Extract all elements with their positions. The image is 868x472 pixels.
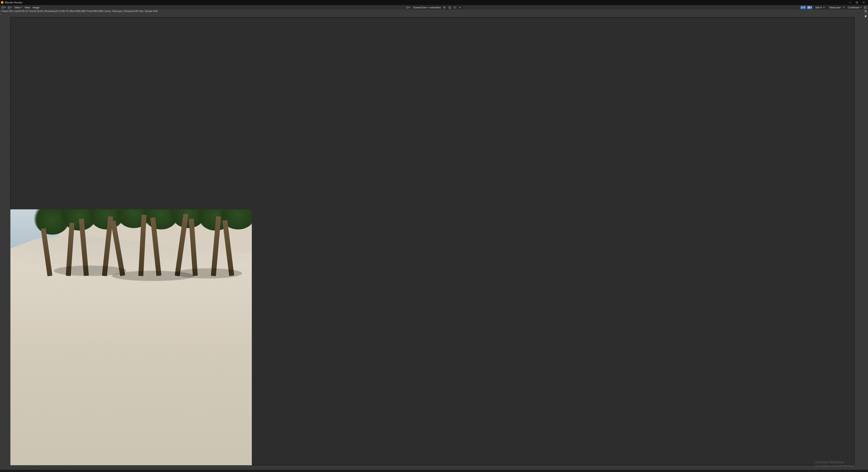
slot-selector[interactable]: Slot 4 (813, 6, 826, 9)
chevron-down-icon (810, 7, 812, 8)
chevron-down-icon (823, 7, 825, 8)
menu-label: Image (33, 6, 39, 9)
pass-label: Combined (848, 6, 860, 9)
open-image-button[interactable] (452, 6, 458, 9)
image-browse-dropdown[interactable] (405, 6, 411, 9)
slot-label: Slot 4 (815, 6, 822, 9)
chevron-down-icon (843, 7, 844, 8)
chevron-down-icon (4, 7, 6, 8)
render-status-bar: Frame:150 | Last:02:45.15 Time:02:50.85 … (0, 9, 868, 13)
menu-label: View (14, 6, 20, 9)
window-controls (847, 0, 867, 5)
blender-app-icon (1, 1, 4, 4)
palms-region (25, 209, 252, 276)
render-tile (10, 209, 252, 465)
chevron-down-icon (860, 7, 862, 8)
chevron-down-icon (409, 7, 410, 8)
close-button[interactable] (860, 0, 867, 5)
new-image-button[interactable] (447, 6, 452, 9)
overlay-toggle-icon[interactable] (864, 6, 867, 9)
svg-point-10 (865, 10, 866, 12)
svg-rect-9 (864, 6, 866, 8)
menu-view[interactable]: View (23, 5, 31, 10)
editor-type-dropdown[interactable] (1, 6, 6, 9)
image-editor-header: View View Image (0, 5, 868, 9)
mode-dropdown[interactable] (7, 6, 13, 9)
image-name-field (412, 6, 463, 9)
svg-point-6 (444, 7, 445, 7)
image-name-input[interactable] (412, 6, 442, 9)
footer-strip (0, 470, 868, 472)
layer-label: ViewLayer (828, 6, 842, 9)
fake-user-toggle[interactable] (442, 6, 447, 9)
unlink-image-button[interactable] (458, 6, 463, 9)
svg-rect-4 (406, 6, 408, 8)
window-titlebar: Blender Render (0, 0, 868, 5)
menu-image[interactable]: Image (31, 5, 41, 10)
minimize-button[interactable] (847, 0, 854, 5)
pass-selector[interactable]: Combined (846, 6, 863, 9)
chevron-down-icon (804, 7, 805, 8)
render-status-text: Frame:150 | Last:02:45.15 Time:02:50.85 … (1, 10, 157, 12)
menu-label: View (25, 6, 30, 9)
maximize-button[interactable] (854, 0, 860, 5)
svg-rect-0 (856, 2, 858, 3)
render-canvas (10, 17, 855, 465)
svg-rect-7 (449, 6, 450, 8)
svg-point-3 (8, 7, 9, 7)
color-management-dropdown[interactable] (807, 6, 812, 9)
window-title: Blender Render (5, 1, 22, 4)
image-viewport[interactable] (0, 13, 866, 470)
menu-view-dropdown[interactable]: View (13, 5, 23, 10)
chevron-down-icon (11, 7, 12, 8)
layer-selector[interactable]: ViewLayer (827, 6, 846, 9)
display-channels-dropdown[interactable] (800, 6, 806, 9)
